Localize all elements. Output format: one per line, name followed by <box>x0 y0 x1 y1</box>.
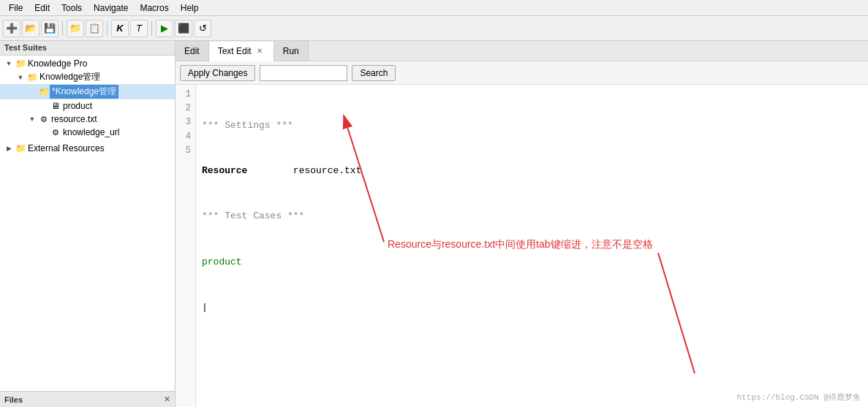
line-num-1: 1 <box>180 88 191 102</box>
tree-node-resource-txt[interactable]: ▼ ⚙ resource.txt <box>0 113 175 126</box>
code-area[interactable]: *** Settings *** Resource resource.txt *… <box>196 85 868 407</box>
menu-navigate[interactable]: Navigate <box>88 1 134 15</box>
tab-run[interactable]: Run <box>274 41 309 61</box>
sidebar-header: Test Suites <box>0 41 175 56</box>
code-line-2: Resource resource.txt <box>202 164 862 179</box>
open-button[interactable]: 📂 <box>22 20 39 37</box>
label-knowledge-mgmt: Knowledge管理 <box>38 71 100 83</box>
tree-node-knowledge-url[interactable]: ⚙ knowledge_url <box>0 126 175 139</box>
tab-text-edit[interactable]: Text Edit ✕ <box>209 42 274 61</box>
main-container: Test Suites ▼ 📁 Knowledge Pro ▼ 📁 Knowle… <box>0 41 868 407</box>
expand-external-resources[interactable]: ▶ <box>3 142 15 154</box>
folder-icon-knowledge-mgmt-selected: 📁 <box>38 86 50 98</box>
label-product: product <box>61 101 92 111</box>
menu-edit[interactable]: Edit <box>29 1 56 15</box>
toolbar-separator-3 <box>151 21 152 36</box>
files-label: Files <box>4 395 23 404</box>
tab-text-edit-label: Text Edit <box>218 46 252 56</box>
line-num-5: 5 <box>180 144 191 158</box>
search-input[interactable] <box>260 65 347 81</box>
resource-value: resource.txt <box>247 165 361 176</box>
menubar: File Edit Tools Navigate Macros Help <box>0 0 868 16</box>
tree-node-product[interactable]: 🖥 product <box>0 99 175 113</box>
expand-knowledge-mgmt[interactable]: ▼ <box>15 72 26 83</box>
code-line-3: *** Test Cases *** <box>202 209 862 224</box>
line-numbers: 1 2 3 4 5 <box>176 85 196 407</box>
tree-node-knowledge-pro[interactable]: ▼ 📁 Knowledge Pro <box>0 57 175 70</box>
resource-keyword: Resource <box>202 165 247 176</box>
menu-file[interactable]: File <box>3 1 29 15</box>
expand-knowledge-url <box>38 126 50 138</box>
menu-tools[interactable]: Tools <box>56 1 88 15</box>
play-button[interactable]: ▶ <box>156 20 173 37</box>
new-button[interactable]: ➕ <box>3 20 20 37</box>
tab-text-edit-close[interactable]: ✕ <box>254 46 265 56</box>
tab-edit[interactable]: Edit <box>176 41 209 61</box>
gear-icon-knowledge-url: ⚙ <box>50 126 61 138</box>
editor-area[interactable]: 1 2 3 4 5 *** Settings *** Resource reso… <box>176 85 868 407</box>
toolbar: ➕ 📂 💾 📁 📋 K T ▶ ⬛ ↺ <box>0 16 868 41</box>
label-knowledge-pro: Knowledge Pro <box>26 58 87 69</box>
folder-button[interactable]: 📁 <box>67 20 84 37</box>
line-num-2: 2 <box>180 102 191 115</box>
expand-knowledge-mgmt-selected <box>26 86 38 98</box>
gear-icon-resource-txt: ⚙ <box>38 113 50 125</box>
tree-node-external-resources[interactable]: ▶ 📁 External Resources <box>0 142 175 155</box>
expand-resource-txt[interactable]: ▼ <box>26 113 38 125</box>
italic-button[interactable]: T <box>130 20 148 37</box>
refresh-button[interactable]: ↺ <box>194 20 211 37</box>
line-num-3: 3 <box>180 115 191 129</box>
folder-icon-external-resources: 📁 <box>15 142 26 154</box>
tab-bar: Edit Text Edit ✕ Run <box>176 41 868 61</box>
tab-edit-label: Edit <box>184 46 200 56</box>
code-line-5: | <box>202 300 862 316</box>
label-knowledge-mgmt-selected: *Knowledge管理 <box>50 85 118 99</box>
label-resource-txt: resource.txt <box>50 114 97 124</box>
line-num-4: 4 <box>180 130 191 144</box>
save-button[interactable]: 💾 <box>41 20 59 37</box>
code-line-1: *** Settings *** <box>202 118 862 134</box>
action-bar: Apply Changes Search <box>176 61 868 85</box>
sidebar-tree: ▼ 📁 Knowledge Pro ▼ 📁 Knowledge管理 📁 *Kno… <box>0 56 175 391</box>
editor-line-content: 1 2 3 4 5 *** Settings *** Resource reso… <box>176 85 868 407</box>
files-close-btn[interactable]: ✕ <box>164 395 170 404</box>
expand-knowledge-pro[interactable]: ▼ <box>3 58 15 69</box>
sidebar-files-panel: Files ✕ <box>0 391 175 407</box>
content-panel: Edit Text Edit ✕ Run Apply Changes Searc… <box>176 41 868 407</box>
toolbar-separator-2 <box>107 21 107 36</box>
monitor-icon-product: 🖥 <box>50 100 61 112</box>
tree-node-knowledge-mgmt[interactable]: ▼ 📁 Knowledge管理 <box>0 70 175 84</box>
menu-help[interactable]: Help <box>175 1 205 15</box>
folder-icon-knowledge-mgmt: 📁 <box>26 72 38 83</box>
apply-changes-button[interactable]: Apply Changes <box>180 65 255 81</box>
bold-button[interactable]: K <box>111 20 129 37</box>
sidebar: Test Suites ▼ 📁 Knowledge Pro ▼ 📁 Knowle… <box>0 41 176 407</box>
label-knowledge-url: knowledge_url <box>61 127 119 137</box>
toolbar-separator-1 <box>62 21 63 36</box>
expand-product <box>38 100 50 112</box>
search-button[interactable]: Search <box>352 65 396 81</box>
tab-run-label: Run <box>283 46 299 56</box>
stop-button[interactable]: ⬛ <box>175 20 192 37</box>
label-external-resources: External Resources <box>26 143 105 153</box>
tree-node-knowledge-mgmt-selected[interactable]: 📁 *Knowledge管理 <box>0 84 175 99</box>
folder-icon-knowledge-pro: 📁 <box>15 58 26 69</box>
code-line-4: product <box>202 255 862 270</box>
menu-macros[interactable]: Macros <box>134 1 174 15</box>
copy-button[interactable]: 📋 <box>86 20 103 37</box>
